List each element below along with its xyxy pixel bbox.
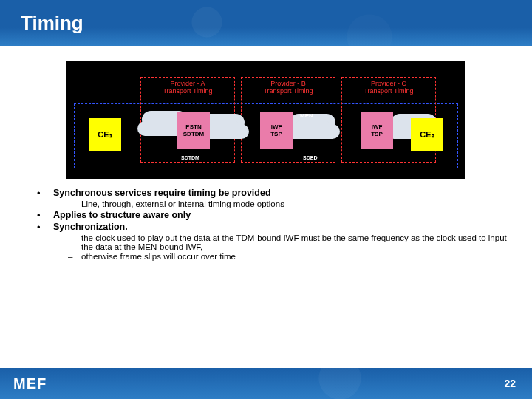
title-band: Timing (0, 0, 532, 46)
sded-text: SDED (303, 155, 317, 160)
bullet-list: Synchronous services require timing be p… (0, 179, 532, 261)
page-number: 22 (504, 378, 516, 389)
cloud-icon (294, 118, 331, 139)
list-item: Applies to structure aware only (37, 210, 507, 220)
list-item: Synchronous services require timing be p… (37, 188, 507, 208)
iwf-tsp-box-2: IWF TSP (361, 112, 393, 149)
iwf-label-2: IWF (361, 123, 393, 131)
provider-a-sub: Transport Timing (163, 87, 212, 95)
tsp-label: TSP (260, 131, 293, 138)
provider-a-name: Provider - A (170, 80, 205, 87)
slide-title: Timing (21, 12, 83, 35)
provider-c-name: Provider - C (371, 80, 406, 87)
mef-logo: MEF (13, 375, 47, 392)
list-item: Synchronization. the clock used to play … (37, 222, 507, 261)
bullet-1: Synchronous services require timing be p… (53, 188, 271, 198)
iwf-label: IWF (260, 123, 293, 131)
pstn-box: PSTN SDTDM (177, 112, 210, 149)
provider-b-label: Provider - B Transport Timing (242, 78, 335, 95)
sub-bullet: the clock used to play out the data at t… (68, 233, 507, 251)
footer-band: MEF 22 (0, 368, 532, 399)
bullet-3: Synchronization. (53, 222, 128, 232)
provider-c-label: Provider - C Transport Timing (342, 78, 435, 95)
bullet-2: Applies to structure aware only (53, 210, 191, 220)
sub-bullet: Line, through, external or internal timi… (68, 200, 507, 208)
provider-b-sub: Transport Timing (263, 87, 313, 95)
ce1-box: CE₁ (89, 118, 121, 151)
sub-bullet: otherwise frame slips will occur over ti… (68, 252, 507, 261)
tsp-label-2: TSP (361, 131, 393, 138)
provider-a-label: Provider - A Transport Timing (141, 78, 234, 95)
provider-c-sub: Transport Timing (364, 87, 413, 95)
timing-diagram: Provider - A Transport Timing Provider -… (66, 61, 466, 179)
men-label: MEN (300, 112, 313, 119)
iwf-tsp-box-1: IWF TSP (260, 112, 293, 149)
sdtdm-label: SDTDM (177, 131, 210, 138)
sdtdm-text: SDTDM (181, 155, 200, 160)
provider-b-name: Provider - B (270, 80, 306, 87)
pstn-label: PSTN (177, 123, 210, 131)
ce2-box: CE₂ (411, 118, 443, 151)
